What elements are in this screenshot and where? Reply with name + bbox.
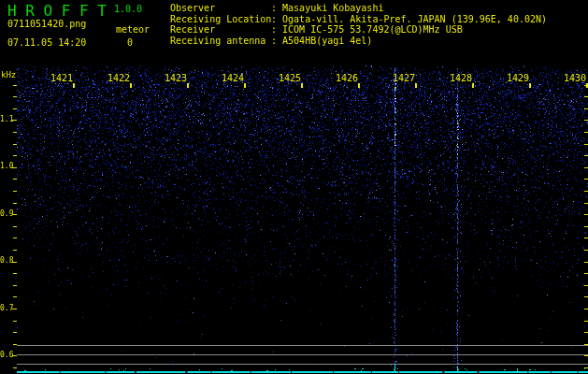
info-separator: : [271,14,282,24]
freq-label-0.6: 0.6 [0,351,13,359]
time-label-1427: 1427 [391,73,415,83]
info-label: Receiver [170,24,271,36]
app-version: 1.0.0 [114,4,142,14]
observation-datetime: 07.11.05 14:20 [7,37,86,48]
freq-label-1.0: 1.0 [0,162,13,170]
app-title: H R O F F T [7,2,107,20]
info-separator: : [271,3,282,13]
info-value: ICOM IC-575 53.7492(@LCD)MHz USB [282,24,463,35]
info-value: Masayuki Kobayashi [282,3,383,13]
info-separator: : [271,36,282,46]
time-label-1424: 1424 [220,73,244,83]
station-info-block: Observer: Masayuki KobayashiReceiving Lo… [170,3,547,46]
hrofft-window: H R O F F T 1.0.0 0711051420.png meteor … [0,0,588,374]
frequency-unit-label: kHz [1,70,16,79]
spectrogram-canvas [0,0,588,374]
time-label-1421: 1421 [49,73,73,83]
freq-label-0.9: 0.9 [0,209,13,218]
station-info-row: Receiver: ICOM IC-575 53.7492(@LCD)MHz U… [170,24,547,36]
info-label: Receiving antenna [170,36,271,47]
mode-label: meteor [116,24,150,35]
time-label-1422: 1422 [106,73,130,83]
meteor-count-value: 0 [127,37,133,48]
time-label-1430: 1430 [562,73,586,83]
time-label-1423: 1423 [163,73,187,83]
output-filename: 0711051420.png [7,19,86,29]
time-label-1428: 1428 [448,73,472,83]
station-info-row: Observer: Masayuki Kobayashi [170,3,547,14]
info-value: A504HB(yagi 4el) [282,36,372,46]
info-separator: : [271,24,282,35]
info-label: Observer [170,3,271,14]
freq-label-0.7: 0.7 [0,304,13,312]
freq-label-1.1: 1.1 [0,115,13,123]
station-info-row: Receiving Location: Ogata-vill. Akita-Pr… [170,14,547,25]
time-label-1425: 1425 [277,73,301,83]
freq-label-0.8: 0.8 [0,256,13,265]
time-label-1426: 1426 [334,73,358,83]
info-label: Receiving Location [170,14,271,25]
info-value: Ogata-vill. Akita-Pref. JAPAN (139.96E, … [282,14,547,24]
station-info-row: Receiving antenna: A504HB(yagi 4el) [170,36,547,47]
time-label-1429: 1429 [505,73,529,83]
